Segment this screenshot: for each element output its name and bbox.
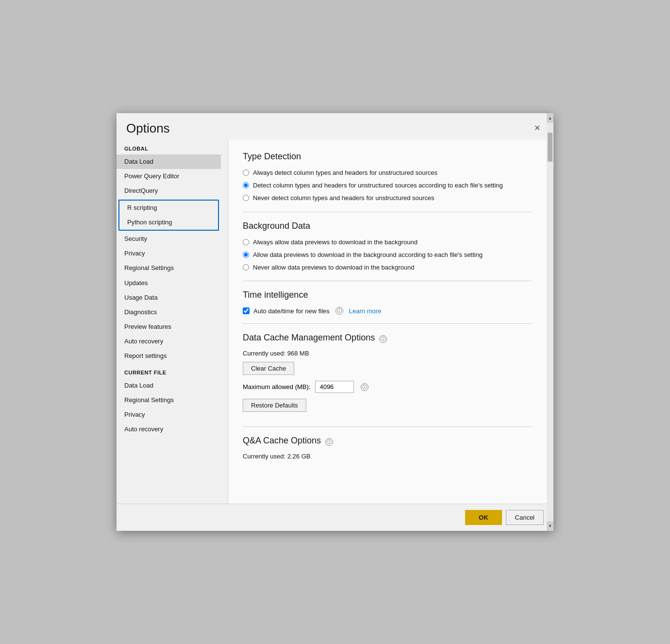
bd-allow-radio[interactable] <box>243 252 249 258</box>
td-always-label: Always detect column types and headers f… <box>253 169 437 177</box>
sidebar-item-report-settings[interactable]: Report settings <box>117 349 221 363</box>
sidebar-item-diagnostics[interactable]: Diagnostics <box>117 305 221 320</box>
td-detect-radio[interactable] <box>243 182 249 188</box>
sidebar-item-cf-auto-recovery[interactable]: Auto recovery <box>117 422 221 437</box>
td-never-label: Never detect column types and headers fo… <box>253 194 435 203</box>
sidebar-item-python-scripting[interactable]: Python scripting <box>119 215 218 230</box>
data-cache-title: Data Cache Management Options ⓘ <box>243 333 532 343</box>
type-detection-option-detect: Detect column types and headers for unst… <box>243 181 532 190</box>
td-always-radio[interactable] <box>243 169 249 176</box>
bd-allow-label: Allow data previews to download in the b… <box>253 251 483 259</box>
background-data-radio-group: Always allow data previews to download i… <box>243 238 532 272</box>
close-button[interactable]: ✕ <box>530 121 544 135</box>
bd-never-label: Never allow data previews to download in… <box>253 263 414 272</box>
ok-button[interactable]: OK <box>465 510 502 525</box>
auto-datetime-info-icon: ⓘ <box>335 307 343 315</box>
sidebar-item-regional-settings[interactable]: Regional Settings <box>117 261 221 275</box>
max-allowed-info-icon: ⓘ <box>361 383 368 391</box>
type-detection-radio-group: Always detect column types and headers f… <box>243 169 532 203</box>
divider-1 <box>243 212 532 212</box>
type-detection-option-always: Always detect column types and headers f… <box>243 169 532 177</box>
sidebar-item-privacy[interactable]: Privacy <box>117 246 221 261</box>
background-data-section: Background Data Always allow data previe… <box>243 221 532 272</box>
sidebar-item-updates[interactable]: Updates <box>117 276 221 290</box>
sidebar: GLOBAL Data Load Power Query Editor Dire… <box>117 140 228 504</box>
sidebar-scrollbar[interactable]: ▲ ▼ <box>547 140 553 504</box>
qa-cache-section: Q&A Cache Options ⓘ Currently used: 2.26… <box>243 436 532 460</box>
background-data-title: Background Data <box>243 221 532 231</box>
dialog-titlebar: Options ✕ <box>117 113 553 140</box>
sidebar-item-power-query-editor[interactable]: Power Query Editor <box>117 169 221 184</box>
qa-cache-currently-used: Currently used: 2.26 GB <box>243 453 532 460</box>
data-cache-info-icon: ⓘ <box>379 335 387 343</box>
learn-more-link[interactable]: Learn more <box>349 307 381 315</box>
global-section-header: GLOBAL <box>117 140 221 154</box>
bd-always-label: Always allow data previews to download i… <box>253 238 418 247</box>
main-content: Type Detection Always detect column type… <box>228 140 547 504</box>
divider-4 <box>243 426 532 427</box>
bd-always-radio[interactable] <box>243 239 249 245</box>
data-cache-section: Data Cache Management Options ⓘ Currentl… <box>243 333 532 418</box>
max-allowed-input[interactable] <box>315 381 354 393</box>
sidebar-item-cf-privacy[interactable]: Privacy <box>117 407 221 422</box>
sidebar-inner: GLOBAL Data Load Power Query Editor Dire… <box>117 140 221 437</box>
max-allowed-label: Maximum allowed (MB): <box>243 383 310 390</box>
background-data-option-allow: Allow data previews to download in the b… <box>243 251 532 259</box>
sidebar-item-usage-data[interactable]: Usage Data <box>117 290 221 305</box>
options-dialog: Options ✕ GLOBAL Data Load Power Query E… <box>117 113 553 531</box>
dialog-footer: OK Cancel <box>117 504 553 531</box>
type-detection-option-never: Never detect column types and headers fo… <box>243 194 532 203</box>
td-detect-label: Detect column types and headers for unst… <box>253 181 503 190</box>
data-cache-currently-used: Currently used: 968 MB <box>243 350 532 357</box>
sidebar-item-cf-regional-settings[interactable]: Regional Settings <box>117 393 221 407</box>
sidebar-item-r-scripting[interactable]: R scripting <box>119 201 218 215</box>
td-never-radio[interactable] <box>243 195 249 201</box>
auto-datetime-checkbox-item: Auto date/time for new files ⓘ Learn mor… <box>243 307 532 315</box>
dialog-title: Options <box>126 121 170 136</box>
sidebar-item-security[interactable]: Security <box>117 232 221 246</box>
sidebar-item-cf-data-load[interactable]: Data Load <box>117 378 221 393</box>
auto-datetime-label: Auto date/time for new files <box>253 307 330 315</box>
sidebar-item-auto-recovery[interactable]: Auto recovery <box>117 334 221 349</box>
divider-3 <box>243 323 532 324</box>
background-data-option-never: Never allow data previews to download in… <box>243 263 532 272</box>
time-intelligence-title: Time intelligence <box>243 290 532 300</box>
sidebar-item-preview-features[interactable]: Preview features <box>117 320 221 334</box>
dialog-body: GLOBAL Data Load Power Query Editor Dire… <box>117 140 553 504</box>
restore-defaults-button[interactable]: Restore Defaults <box>243 399 306 412</box>
current-file-section-header: CURRENT FILE <box>117 364 221 378</box>
sidebar-scrollbar-thumb <box>548 140 553 162</box>
auto-datetime-checkbox[interactable] <box>243 307 250 314</box>
bd-never-radio[interactable] <box>243 264 249 271</box>
divider-2 <box>243 281 532 281</box>
sidebar-item-data-load[interactable]: Data Load <box>117 154 221 169</box>
clear-cache-button[interactable]: Clear Cache <box>243 362 294 375</box>
sidebar-item-direct-query[interactable]: DirectQuery <box>117 184 221 198</box>
qa-cache-title: Q&A Cache Options ⓘ <box>243 436 532 446</box>
type-detection-section: Type Detection Always detect column type… <box>243 152 532 203</box>
background-data-option-always: Always allow data previews to download i… <box>243 238 532 247</box>
type-detection-title: Type Detection <box>243 152 532 162</box>
time-intelligence-section: Time intelligence Auto date/time for new… <box>243 290 532 315</box>
max-allowed-row: Maximum allowed (MB): ⓘ <box>243 381 532 393</box>
qa-cache-info-icon: ⓘ <box>325 438 333 446</box>
cancel-button[interactable]: Cancel <box>506 510 544 525</box>
